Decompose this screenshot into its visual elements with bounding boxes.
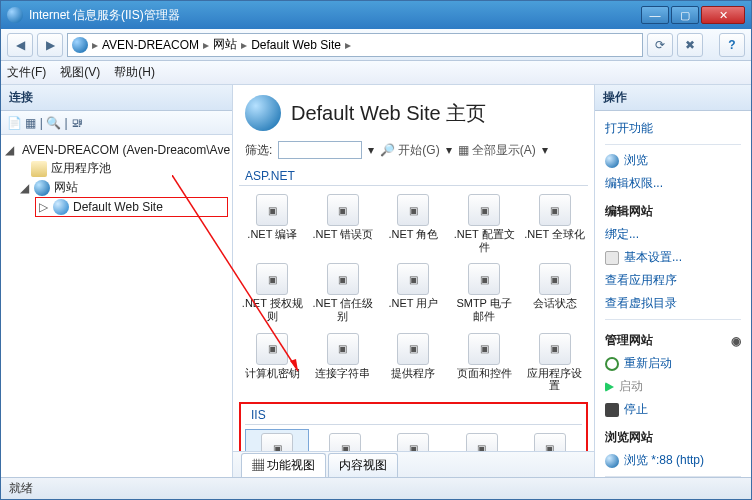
nav-toolbar: ◀ ▶ ▸ AVEN-DREACOM ▸ 网站 ▸ Default Web Si… [1, 29, 751, 61]
iis-highlight-box: IIS ▣ASP▣CGI▣HTTP 响应标头▣HTTP 重定向▣IP 地址和域限… [239, 402, 588, 451]
tree-app-pools[interactable]: 应用程序池 [5, 159, 228, 178]
connections-toolbar[interactable]: 📄 ▦ | 🔍 | 🖳 [1, 111, 232, 135]
iis-icon [7, 7, 23, 23]
feature--NET-用户[interactable]: ▣.NET 用户 [380, 259, 447, 326]
crumb-site[interactable]: Default Web Site [251, 38, 341, 52]
restart-icon [605, 357, 619, 371]
feature-应用程序设置[interactable]: ▣应用程序设置 [521, 329, 588, 396]
feature--NET-角色[interactable]: ▣.NET 角色 [380, 190, 447, 257]
iis-manager-window: Internet 信息服务(IIS)管理器 — ▢ ✕ ◀ ▶ ▸ AVEN-D… [0, 0, 752, 500]
action-stop[interactable]: 停止 [605, 398, 741, 421]
menu-view[interactable]: 视图(V) [60, 64, 100, 81]
start-icon [605, 382, 614, 392]
actions-header: 操作 [595, 85, 751, 111]
connections-pane: 连接 📄 ▦ | 🔍 | 🖳 ◢ AVEN-DREACOM (Aven-Drea… [1, 85, 233, 477]
tree-sites[interactable]: ◢ 网站 [5, 178, 228, 197]
site-icon [53, 199, 69, 215]
showall-button[interactable]: ▦ 全部显示(A) [458, 142, 536, 159]
feature--NET-全球化[interactable]: ▣.NET 全球化 [521, 190, 588, 257]
feature-提供程序[interactable]: ▣提供程序 [380, 329, 447, 396]
action-browse-80[interactable]: 浏览 *:88 (http) [605, 449, 741, 472]
feature-icon: ▣ [468, 333, 500, 365]
feature-ASP[interactable]: ▣ASP [245, 429, 309, 451]
feature-连接字符串[interactable]: ▣连接字符串 [310, 329, 377, 396]
window-title: Internet 信息服务(IIS)管理器 [29, 7, 641, 24]
feature-会话状态[interactable]: ▣会话状态 [521, 259, 588, 326]
feature-list[interactable]: ASP.NET ▣.NET 编译▣.NET 错误页▣.NET 角色▣.NET 配… [233, 163, 594, 451]
help-nav-button[interactable]: ? [719, 33, 745, 57]
feature--NET-配置文件[interactable]: ▣.NET 配置文件 [451, 190, 518, 257]
feature--NET-编译[interactable]: ▣.NET 编译 [239, 190, 306, 257]
globe-icon [72, 37, 88, 53]
explore-icon [605, 154, 619, 168]
settings-icon [605, 251, 619, 265]
tree-default-site[interactable]: ▷ Default Web Site [35, 197, 228, 217]
action-start[interactable]: 启动 [605, 375, 741, 398]
filter-input[interactable] [278, 141, 362, 159]
status-text: 就绪 [9, 480, 33, 497]
connections-tree: ◢ AVEN-DREACOM (Aven-Dreacom\Ave 应用程序池 ◢… [1, 135, 232, 477]
section-browse-site: 浏览网站 [605, 421, 741, 449]
tab-features-view[interactable]: ▦ 功能视图 [241, 453, 326, 477]
feature-icon: ▣ [256, 333, 288, 365]
close-button[interactable]: ✕ [701, 6, 745, 24]
feature-icon: ▣ [539, 263, 571, 295]
feature-HTTP-响应标头[interactable]: ▣HTTP 响应标头 [381, 429, 445, 451]
crumb-sites[interactable]: 网站 [213, 36, 237, 53]
action-explore[interactable]: 浏览 [605, 149, 741, 172]
feature--NET-错误页[interactable]: ▣.NET 错误页 [310, 190, 377, 257]
action-view-apps[interactable]: 查看应用程序 [605, 269, 741, 292]
feature-icon: ▣ [397, 194, 429, 226]
feature-icon: ▣ [466, 433, 498, 451]
expand-icon[interactable]: ▷ [38, 200, 49, 214]
page-title: Default Web Site 主页 [291, 100, 486, 127]
feature-页面和控件[interactable]: ▣页面和控件 [451, 329, 518, 396]
action-bindings[interactable]: 绑定... [605, 223, 741, 246]
stop-button[interactable]: ✖ [677, 33, 703, 57]
crumb-server[interactable]: AVEN-DREACOM [102, 38, 199, 52]
collapse-icon[interactable]: ◢ [5, 143, 14, 157]
action-basic-settings[interactable]: 基本设置... [605, 246, 741, 269]
feature-icon: ▣ [539, 333, 571, 365]
browse-icon [605, 454, 619, 468]
feature-icon: ▣ [327, 194, 359, 226]
feature-HTTP-重定向[interactable]: ▣HTTP 重定向 [450, 429, 514, 451]
minimize-button[interactable]: — [641, 6, 669, 24]
feature-icon: ▣ [468, 263, 500, 295]
refresh-button[interactable]: ⟳ [647, 33, 673, 57]
action-edit-permissions[interactable]: 编辑权限... [605, 172, 741, 195]
action-open-feature[interactable]: 打开功能 [605, 117, 741, 140]
group-iis: IIS [245, 408, 582, 424]
breadcrumb[interactable]: ▸ AVEN-DREACOM ▸ 网站 ▸ Default Web Site ▸ [67, 33, 643, 57]
menu-file[interactable]: 文件(F) [7, 64, 46, 81]
section-edit-site: 编辑网站 [605, 195, 741, 223]
feature-CGI[interactable]: ▣CGI [313, 429, 377, 451]
action-view-vdirs[interactable]: 查看虚拟目录 [605, 292, 741, 315]
back-button[interactable]: ◀ [7, 33, 33, 57]
maximize-button[interactable]: ▢ [671, 6, 699, 24]
feature-icon: ▣ [256, 263, 288, 295]
feature-icon: ▣ [468, 194, 500, 226]
collapse-icon[interactable]: ◢ [19, 181, 30, 195]
feature-icon: ▣ [329, 433, 361, 451]
feature-IP-地址和域限制[interactable]: ▣IP 地址和域限制 [518, 429, 582, 451]
feature-icon: ▣ [539, 194, 571, 226]
action-restart[interactable]: 重新启动 [605, 352, 741, 375]
feature--NET-授权规则[interactable]: ▣.NET 授权规则 [239, 259, 306, 326]
feature-SMTP-电子邮件[interactable]: ▣SMTP 电子邮件 [451, 259, 518, 326]
feature-计算机密钥[interactable]: ▣计算机密钥 [239, 329, 306, 396]
go-button[interactable]: 🔎 开始(G) [380, 142, 439, 159]
status-bar: 就绪 [1, 477, 751, 499]
tab-content-view[interactable]: 内容视图 [328, 453, 398, 477]
sites-icon [34, 180, 50, 196]
filter-label: 筛选: [245, 142, 272, 159]
menu-help[interactable]: 帮助(H) [114, 64, 155, 81]
titlebar[interactable]: Internet 信息服务(IIS)管理器 — ▢ ✕ [1, 1, 751, 29]
feature--NET-信任级别[interactable]: ▣.NET 信任级别 [310, 259, 377, 326]
stop-icon [605, 403, 619, 417]
forward-button[interactable]: ▶ [37, 33, 63, 57]
site-globe-icon [245, 95, 281, 131]
feature-icon: ▣ [397, 263, 429, 295]
feature-pane: Default Web Site 主页 筛选: ▾ 🔎 开始(G) ▾ ▦ 全部… [233, 85, 595, 477]
tree-server[interactable]: ◢ AVEN-DREACOM (Aven-Dreacom\Ave [5, 141, 228, 159]
